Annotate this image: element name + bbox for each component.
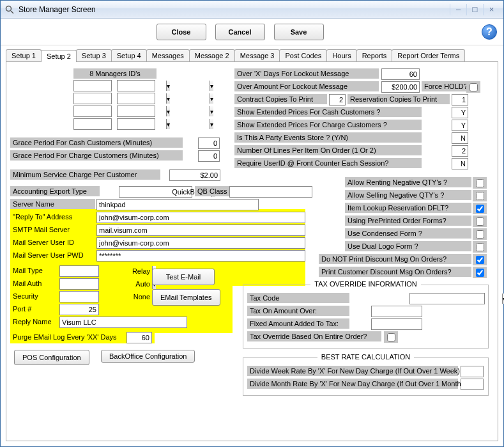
reservation-copies-input[interactable] (452, 94, 468, 106)
contract-copies-input[interactable] (329, 94, 346, 106)
print-cust-discount-checkbox[interactable] (476, 269, 484, 277)
print-cust-discount-label: Print Customer Discount Msg On Orders? (319, 267, 471, 277)
tab-message-3[interactable]: Message 3 (234, 49, 280, 61)
backoffice-config-button[interactable]: BackOffice Configuration (101, 350, 195, 363)
tax-override-title: TAX OVERRIDE INFORMATION (310, 280, 420, 288)
preprinted-checkbox[interactable] (476, 217, 484, 226)
fixed-amount-input[interactable] (371, 318, 422, 330)
save-button[interactable]: Save (274, 24, 324, 40)
magnifier-icon (4, 4, 15, 15)
grace-cash-input[interactable] (198, 137, 220, 149)
mail-auth-select[interactable] (59, 278, 99, 290)
lines-per-item-input[interactable] (452, 145, 468, 157)
manager-id-8[interactable] (117, 118, 155, 130)
allow-rent-neg-label: Allow Renting Negative QTY's ? (345, 177, 471, 187)
manager-id-2[interactable] (73, 93, 112, 104)
fixed-amount-label: Fixed Amount Added To Tax: (247, 318, 349, 329)
no-discount-label: Do NOT Print Discount Msg On Orders? (319, 254, 471, 264)
tab-post-codes[interactable]: Post Codes (279, 49, 327, 61)
mail-user-label: Mail Server User ID (10, 237, 95, 247)
test-email-button[interactable]: Test E-Mail (152, 269, 215, 285)
tax-on-amount-input[interactable] (371, 306, 422, 317)
tab-reports[interactable]: Reports (356, 49, 393, 61)
email-templates-button[interactable]: EMail Templates (152, 289, 220, 306)
min-service-label: Minimum Service Charge Per Customer (10, 169, 160, 180)
dual-logo-label: Use Dual Logo Form ? (345, 241, 471, 251)
grace-charge-label: Grace Period For Charge Customers (Minut… (10, 150, 183, 161)
minimize-button[interactable]: – (450, 4, 466, 15)
min-service-input[interactable] (169, 169, 220, 181)
manager-id-4[interactable] (73, 118, 112, 130)
allow-sell-neg-checkbox[interactable] (476, 192, 484, 200)
tab-report-order-terms[interactable]: Report Order Terms (392, 49, 465, 61)
tab-hours[interactable]: Hours (326, 49, 356, 61)
lines-per-item-label: Number Of Lines Per Item On Order (1 Or … (234, 145, 422, 155)
purge-input[interactable] (126, 332, 152, 343)
grace-charge-input[interactable] (198, 150, 220, 162)
require-userid-input[interactable] (452, 158, 468, 169)
rate-month-input[interactable] (461, 379, 484, 390)
svg-point-0 (6, 6, 11, 11)
port-label: Port # (10, 304, 57, 314)
tax-code-select[interactable] (409, 293, 485, 304)
close-button[interactable]: Close (157, 24, 206, 40)
tax-code-label: Tax Code (247, 293, 349, 303)
over-days-input[interactable] (381, 68, 420, 80)
mail-type-select[interactable] (59, 265, 99, 277)
mail-user-input[interactable] (96, 237, 305, 249)
tab-setup-3[interactable]: Setup 3 (76, 49, 112, 61)
reply-name-input[interactable] (59, 317, 187, 328)
entire-order-checkbox[interactable] (387, 333, 395, 341)
acct-export-select[interactable] (119, 186, 192, 198)
security-select[interactable] (59, 291, 99, 302)
window-title: Store Manager Screen (19, 5, 96, 14)
rate-week-label: Divide Week Rate By 'X' For New Day Char… (247, 366, 458, 376)
party-store-input[interactable] (452, 132, 468, 144)
tab-messages[interactable]: Messages (146, 49, 190, 61)
qb-class-label: QB Class (195, 186, 229, 196)
svg-line-1 (11, 11, 13, 13)
mail-auth-label: Mail Auth (10, 278, 57, 288)
tab-setup-2[interactable]: Setup 2 (41, 50, 77, 62)
rate-week-input[interactable] (461, 366, 484, 377)
entire-order-label: Tax Override Based On Entire Order? (247, 331, 381, 341)
close-window-button[interactable]: × (483, 4, 500, 15)
no-discount-checkbox[interactable] (476, 256, 484, 264)
port-input[interactable] (59, 304, 99, 315)
manager-id-3[interactable] (73, 106, 112, 117)
cancel-button[interactable]: Cancel (215, 24, 265, 40)
security-label: Security (10, 291, 57, 301)
manager-id-6[interactable] (117, 93, 155, 104)
tab-message-2[interactable]: Message 2 (189, 49, 235, 61)
mail-pwd-label: Mail Server User PWD (10, 250, 95, 260)
manager-id-5[interactable] (117, 80, 155, 91)
smtp-input[interactable] (96, 224, 305, 236)
qb-class-input[interactable] (229, 186, 312, 198)
condensed-label: Use Condensed Form ? (345, 228, 471, 239)
managers-heading: 8 Managers ID's (73, 68, 157, 79)
maximize-button[interactable]: □ (466, 4, 483, 15)
tab-setup-4[interactable]: Setup 4 (111, 49, 147, 61)
reply-to-input[interactable] (96, 212, 305, 223)
show-ext-cash-label: Show Extended Prices For Cash Customers … (234, 107, 422, 117)
show-ext-charge-input[interactable] (452, 120, 468, 131)
allow-rent-neg-checkbox[interactable] (476, 179, 484, 187)
help-icon[interactable]: ? (482, 24, 497, 40)
condensed-checkbox[interactable] (476, 230, 484, 239)
pos-config-button[interactable]: POS Configuration (14, 350, 89, 365)
force-hold-checkbox[interactable] (470, 83, 478, 91)
mail-pwd-input[interactable] (96, 250, 305, 262)
server-name-input[interactable] (96, 199, 259, 210)
smtp-label: SMTP Mail Server (10, 224, 95, 235)
manager-id-1[interactable] (73, 80, 112, 91)
preprinted-label: Using PrePrinted Order Forms? (345, 216, 471, 226)
tab-setup-1[interactable]: Setup 1 (6, 49, 42, 61)
show-ext-cash-input[interactable] (452, 107, 468, 118)
manager-id-7[interactable] (117, 106, 155, 117)
over-amount-input[interactable] (381, 81, 420, 93)
reply-name-label: Reply Name (10, 317, 57, 327)
item-lookup-checkbox[interactable] (476, 205, 484, 213)
reservation-copies-label: Reservation Copies To Print (347, 94, 450, 104)
dual-logo-checkbox[interactable] (476, 243, 484, 251)
mail-type-label: Mail Type (10, 265, 57, 276)
